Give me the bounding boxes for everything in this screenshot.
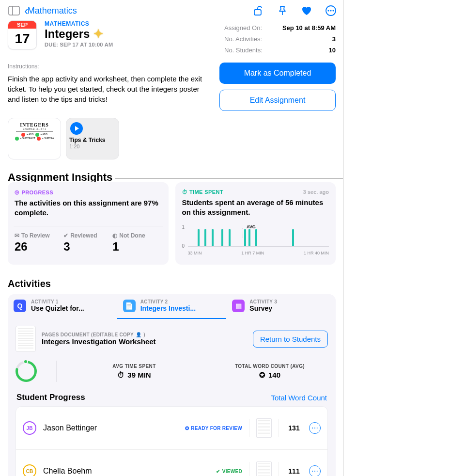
student-name: Chella Boehm xyxy=(43,467,209,476)
clock-icon: ⏱ xyxy=(117,371,124,379)
sparkle-icon: ✦ xyxy=(93,27,103,41)
submission-thumbnail[interactable] xyxy=(256,461,272,476)
back-label: Mathematics xyxy=(28,6,77,16)
sidebar-toggle-icon[interactable] xyxy=(7,4,21,17)
svg-point-6 xyxy=(332,10,334,11)
person-icon: 👤 xyxy=(136,332,141,337)
progress-text: The activities on this assignment are 97… xyxy=(15,198,162,217)
callout-line-insights xyxy=(115,178,343,178)
return-to-students-button[interactable]: Return to Students xyxy=(253,331,328,348)
row-more-button[interactable]: ⋯ xyxy=(309,422,321,434)
inbox-icon: ✉ xyxy=(15,232,19,239)
student-name: Jason Bettinger xyxy=(43,424,178,432)
heart-icon[interactable] xyxy=(301,5,312,16)
half-circle-icon: ◐ xyxy=(112,232,117,239)
assignment-title: Integers ✦ xyxy=(45,27,113,41)
assignment-due: DUE: SEP 17 AT 10:00 AM xyxy=(45,42,113,48)
instructions-text: Finish the app activity and worksheet, t… xyxy=(8,74,210,104)
play-icon xyxy=(70,122,83,135)
mark-completed-button[interactable]: Mark as Completed xyxy=(219,63,336,84)
avg-words-label: TOTAL WORD COUNT (AVG) xyxy=(212,364,328,369)
not-done-count: 1 xyxy=(112,240,161,254)
avg-words-value: 140 xyxy=(268,371,280,379)
to-review-count: 26 xyxy=(15,240,63,254)
survey-icon: ▦ xyxy=(232,300,245,312)
document-name: Integers Investigation Worksheet xyxy=(42,337,156,346)
pin-icon[interactable] xyxy=(277,5,288,16)
meta-students-label: No. Students: xyxy=(224,47,263,54)
instructions-label: Instructions: xyxy=(8,63,210,71)
activities-heading: Activities xyxy=(8,278,336,289)
quizlet-icon: Q xyxy=(14,300,26,312)
time-chart: 1 0 AVG 33 MIN 1 xyxy=(182,225,329,254)
attachment-poster[interactable]: INTEGERS EXAMPLE: -3 + 4 = 1 + ADD+ ADD … xyxy=(8,118,61,159)
student-progress-heading: Student Progress xyxy=(16,393,85,402)
document-thumbnail[interactable] xyxy=(16,326,36,352)
time-spent-card[interactable]: ⏱ TIME SPENT 3 sec. ago Students spent a… xyxy=(175,182,336,265)
time-text: Students spent an average of 56 minutes … xyxy=(182,198,329,217)
student-row[interactable]: JB Jason Bettinger ✪ READY FOR REVIEW 13… xyxy=(16,407,327,450)
calendar-badge: SEP 17 xyxy=(8,20,37,49)
lock-open-icon[interactable] xyxy=(252,5,264,16)
calendar-day: 17 xyxy=(8,29,36,49)
video-title: Tips & Tricks xyxy=(69,137,116,143)
back-button[interactable]: ‹ Mathematics xyxy=(24,4,77,17)
meta-assigned-value: Sep 10 at 8:59 AM xyxy=(282,24,336,32)
assignment-category: MATHEMATICS xyxy=(45,20,113,27)
tab-activity-2[interactable]: 📄 ACTIVITY 2 Integers Investi... xyxy=(117,294,227,319)
meta-assigned-label: Assigned On: xyxy=(224,24,262,32)
arrow-up-circle-icon: ✪ xyxy=(185,426,189,431)
row-more-button[interactable]: ⋯ xyxy=(309,465,321,476)
status-badge: ✔ VIEWED xyxy=(216,469,242,474)
svg-rect-0 xyxy=(9,6,19,15)
check-circle-icon: ✔ xyxy=(216,469,220,474)
tab-activity-3[interactable]: ▦ ACTIVITY 3 Survey xyxy=(226,294,336,319)
meta-activities-label: No. Activities: xyxy=(224,35,262,43)
word-count: 131 xyxy=(286,424,302,432)
document-type: PAGES DOCUMENT (EDITABLE COPY 👤 ) xyxy=(42,332,156,337)
avatar: JB xyxy=(23,421,36,435)
tab-activity-1[interactable]: Q ACTIVITY 1 Use Quizlet for... xyxy=(8,294,117,319)
badge-icon: ✪ xyxy=(259,371,265,380)
sort-menu[interactable]: Total Word Count xyxy=(271,394,327,402)
status-badge: ✪ READY FOR REVIEW xyxy=(185,426,242,431)
calendar-month: SEP xyxy=(8,21,36,29)
assignment-meta: Assigned On: Sep 10 at 8:59 AM No. Activ… xyxy=(224,20,336,56)
pages-icon: 📄 xyxy=(123,300,136,312)
submission-thumbnail[interactable] xyxy=(256,418,272,438)
time-badge: ⏱ TIME SPENT xyxy=(182,189,223,195)
time-updated: 3 sec. ago xyxy=(303,189,329,195)
avg-time-label: AVG TIME SPENT xyxy=(76,364,192,369)
svg-point-5 xyxy=(330,10,331,11)
poster-heading: INTEGERS xyxy=(20,122,49,127)
clock-icon: ⏱ xyxy=(182,189,187,195)
svg-rect-2 xyxy=(254,10,261,15)
edit-assignment-button[interactable]: Edit Assignment xyxy=(219,90,336,111)
target-icon: ◎ xyxy=(15,189,19,195)
more-icon[interactable] xyxy=(325,5,337,16)
avg-time-value: 39 MIN xyxy=(127,371,151,379)
progress-ring: 80% xyxy=(16,361,37,382)
reviewed-count: 3 xyxy=(63,240,112,254)
progress-badge: ◎ PROGRESS xyxy=(15,189,53,195)
check-circle-icon: ✔ xyxy=(63,232,68,239)
video-duration: 1:20 xyxy=(69,143,116,149)
student-row[interactable]: CB Chella Boehm ✔ VIEWED 111 ⋯ xyxy=(16,450,327,476)
word-count: 111 xyxy=(286,467,302,475)
svg-point-4 xyxy=(327,10,329,11)
progress-card[interactable]: ◎ PROGRESS The activities on this assign… xyxy=(8,182,169,265)
attachment-video[interactable]: Tips & Tricks 1:20 xyxy=(66,118,119,159)
meta-students-value: 10 xyxy=(329,47,336,54)
avatar: CB xyxy=(23,464,36,476)
meta-activities-value: 3 xyxy=(332,35,336,43)
